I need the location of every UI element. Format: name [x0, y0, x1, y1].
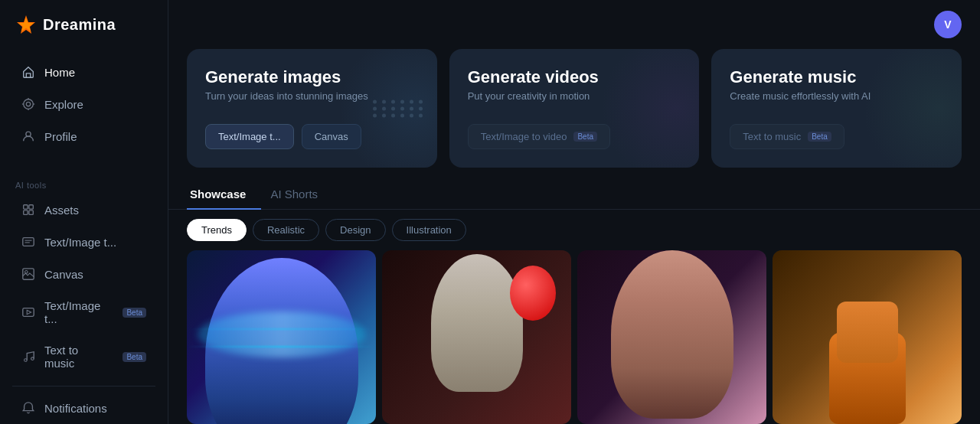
sidebar-item-assets[interactable]: Assets — [6, 194, 162, 225]
tab-ai-shorts[interactable]: AI Shorts — [267, 180, 333, 210]
sidebar-item-canvas-label: Canvas — [44, 268, 83, 281]
canvas-btn[interactable]: Canvas — [302, 124, 361, 149]
sidebar-bottom-divider — [12, 386, 155, 386]
svg-point-2 — [24, 99, 34, 109]
sidebar-item-explore[interactable]: Explore — [6, 89, 162, 119]
card-videos-buttons: Text/Image to video Beta — [468, 124, 681, 149]
card-music-title: Generate music — [730, 67, 943, 87]
svg-rect-9 — [24, 205, 28, 209]
filter-realistic[interactable]: Realistic — [253, 219, 319, 241]
card-music-buttons: Text to music Beta — [730, 124, 943, 149]
card-videos-subtitle: Put your creativity in motion — [468, 90, 681, 102]
gallery-item-1[interactable] — [187, 250, 376, 424]
text-image-video-btn-label: Text/Image to video — [481, 131, 567, 142]
svg-rect-13 — [23, 238, 34, 246]
text-music-btn-label: Text to music — [743, 131, 801, 142]
bell-icon — [21, 401, 35, 415]
profile-icon — [21, 129, 35, 143]
sidebar-item-notifications-label: Notifications — [44, 402, 107, 415]
feature-cards-row: Generate images Turn your ideas into stu… — [168, 49, 980, 180]
gallery — [168, 250, 980, 424]
svg-point-21 — [31, 357, 34, 360]
svg-rect-10 — [29, 205, 33, 209]
filter-illustration[interactable]: Illustration — [392, 219, 466, 241]
sidebar-bottom: Notifications — [0, 380, 168, 424]
tabs-row: Showcase AI Shorts — [168, 180, 980, 210]
svg-point-17 — [25, 271, 28, 274]
filter-row: Trends Realistic Design Illustration — [168, 219, 980, 250]
text-music-btn[interactable]: Text to music Beta — [730, 124, 844, 149]
sidebar-item-textimage1[interactable]: Text/Image t... — [6, 227, 162, 257]
neon-line-2 — [187, 328, 376, 330]
card-images-buttons: Text/Image t... Canvas — [205, 124, 419, 149]
main-nav: Home Explore Profile — [0, 49, 168, 159]
textimage2-icon — [21, 305, 35, 319]
feature-card-videos: Generate videos Put your creativity in m… — [449, 49, 700, 168]
portrait-figure — [577, 250, 766, 424]
svg-point-3 — [26, 102, 30, 106]
svg-marker-19 — [27, 310, 31, 314]
canvas-icon — [21, 267, 35, 281]
textimage-icon — [21, 235, 35, 249]
header: V — [168, 0, 980, 49]
home-icon — [21, 65, 35, 79]
card-images-subtitle: Turn your ideas into stunning images — [205, 90, 419, 102]
card-images-title: Generate images — [205, 67, 419, 87]
sidebar-item-textimage2-label: Text/Image t... — [44, 299, 110, 325]
clown-figure — [382, 250, 571, 424]
video-beta-badge: Beta — [573, 132, 597, 142]
gallery-item-2[interactable] — [382, 250, 571, 424]
filter-design[interactable]: Design — [325, 219, 385, 241]
sidebar-item-home[interactable]: Home — [6, 57, 162, 87]
gallery-item-3[interactable] — [577, 250, 766, 424]
assets-icon — [21, 203, 35, 217]
sidebar-item-explore-label: Explore — [44, 98, 83, 111]
user-avatar[interactable]: V — [934, 11, 962, 38]
sidebar-item-canvas[interactable]: Canvas — [6, 259, 162, 289]
sidebar-item-assets-label: Assets — [44, 204, 79, 217]
robot-figure — [773, 250, 962, 424]
textimage2-beta-badge: Beta — [122, 308, 146, 318]
svg-rect-12 — [29, 210, 33, 214]
sidebar-item-textmusic[interactable]: Text to music Beta — [6, 335, 162, 378]
gallery-item-4[interactable] — [773, 250, 962, 424]
logo-icon — [15, 14, 37, 35]
ai-tools-section: AI tools Assets Text/Image t... — [0, 171, 168, 380]
tab-ai-shorts-label: AI Shorts — [270, 188, 318, 201]
sidebar: Dreamina Home Explore — [0, 0, 168, 424]
tab-showcase[interactable]: Showcase — [187, 180, 261, 210]
neon-line-1 — [187, 346, 376, 347]
filter-trends[interactable]: Trends — [187, 219, 247, 241]
card-music-subtitle: Create music effortlessly with AI — [730, 90, 943, 102]
svg-rect-11 — [24, 210, 28, 214]
logo-area[interactable]: Dreamina — [0, 0, 168, 49]
sidebar-item-notifications[interactable]: Notifications — [6, 393, 162, 423]
explore-icon — [21, 97, 35, 111]
textmusic-beta-badge: Beta — [122, 352, 146, 362]
app-name: Dreamina — [43, 16, 116, 34]
tab-showcase-label: Showcase — [190, 188, 246, 201]
main-content: V Generate images Turn your ideas into s… — [168, 0, 980, 424]
feature-card-images: Generate images Turn your ideas into stu… — [187, 49, 437, 168]
sidebar-item-home-label: Home — [44, 66, 75, 79]
cyber-girl-figure — [187, 250, 376, 424]
sidebar-item-profile-label: Profile — [44, 130, 77, 143]
music-beta-badge: Beta — [808, 132, 831, 142]
svg-rect-18 — [23, 308, 34, 317]
sidebar-item-textmusic-label: Text to music — [44, 344, 110, 370]
card-images-deco — [373, 99, 425, 117]
card-videos-title: Generate videos — [468, 67, 681, 87]
sidebar-item-textimage2[interactable]: Text/Image t... Beta — [6, 291, 162, 334]
ai-tools-label: AI tools — [0, 171, 168, 193]
feature-card-music: Generate music Create music effortlessly… — [711, 49, 962, 168]
music-icon — [21, 350, 35, 364]
text-image-btn[interactable]: Text/Image t... — [205, 124, 294, 149]
sidebar-item-profile[interactable]: Profile — [6, 121, 162, 152]
text-image-video-btn[interactable]: Text/Image to video Beta — [468, 124, 610, 149]
sidebar-item-textimage1-label: Text/Image t... — [44, 236, 116, 249]
